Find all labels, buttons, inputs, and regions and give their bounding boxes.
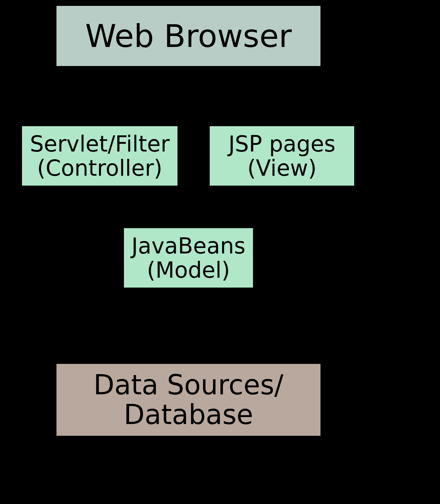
controller-label-line2: (Controller) (37, 156, 162, 180)
model-label-line2: (Model) (147, 258, 230, 282)
database-label-line1: Data Sources/ (94, 370, 283, 400)
controller-label-line1: Servlet/Filter (30, 132, 169, 156)
model-box: JavaBeans (Model) (122, 226, 255, 290)
model-label-line1: JavaBeans (132, 234, 246, 258)
web-browser-label: Web Browser (85, 19, 292, 54)
view-label-line1: JSP pages (228, 132, 336, 156)
database-label-line2: Database (124, 400, 253, 430)
controller-box: Servlet/Filter (Controller) (20, 124, 180, 188)
view-label-line2: (View) (247, 156, 316, 180)
view-box: JSP pages (View) (208, 124, 356, 188)
database-box: Data Sources/ Database (54, 362, 323, 438)
web-browser-box: Web Browser (54, 4, 323, 68)
